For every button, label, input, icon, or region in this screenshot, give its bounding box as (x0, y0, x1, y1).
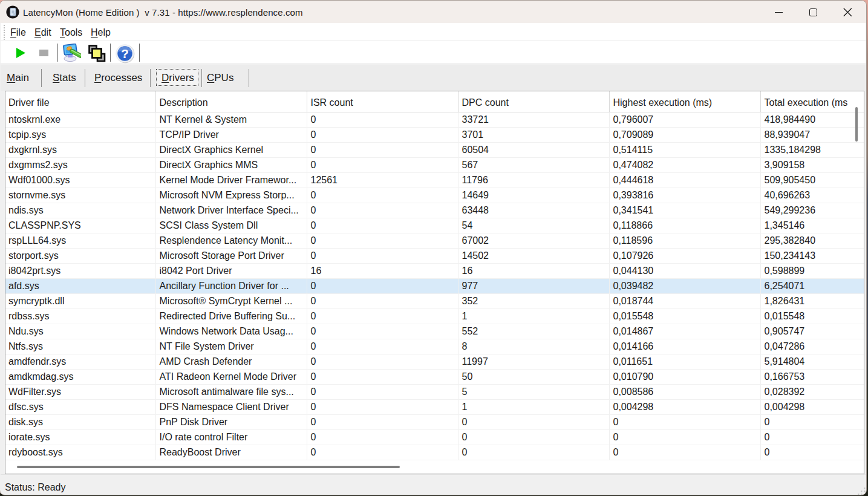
svg-text:?: ? (121, 47, 129, 60)
